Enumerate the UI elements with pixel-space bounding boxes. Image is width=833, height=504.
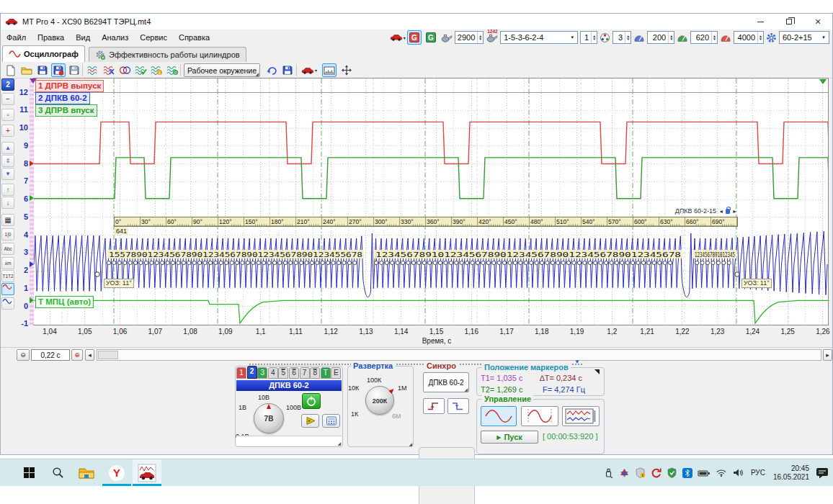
zoom-window-button[interactable]: ▫ (1, 109, 14, 121)
time-zoom-out-button[interactable]: ⊖ (17, 349, 30, 361)
channel-tab-6[interactable]: 6 (289, 367, 299, 379)
restore-button[interactable] (775, 14, 803, 30)
clock[interactable]: 20:4516.05.2021 (772, 464, 811, 482)
menu-service[interactable]: Сервис (134, 30, 173, 45)
tray-usb-icon[interactable] (603, 467, 614, 478)
channel-tab-7[interactable]: 7 (300, 367, 310, 379)
ruler-left-arrow-icon[interactable] (718, 207, 723, 215)
pan-mode-button[interactable] (339, 63, 354, 77)
waveform-one-button[interactable]: 1 (149, 63, 164, 77)
signal-label-aux[interactable]: Т МПЦ (авто) (35, 296, 94, 308)
low-marker-spinner[interactable]: 200 (647, 31, 674, 44)
stream-capture-button[interactable] (562, 406, 600, 426)
menu-view[interactable]: Вид (70, 30, 96, 45)
scroll-left-button[interactable]: ◂ (85, 349, 94, 361)
sync-rising-edge-button[interactable] (423, 398, 445, 414)
channel-tab-3[interactable]: 3 (257, 367, 267, 379)
undo-button[interactable] (264, 63, 279, 77)
save-fragment-button[interactable] (51, 63, 66, 77)
trace-fit-button[interactable]: ⇕ (1, 155, 14, 167)
cycle-spinner[interactable]: 1 (580, 31, 597, 44)
fit-screen-button[interactable] (322, 63, 337, 77)
taskbar-mtpro-button[interactable] (133, 459, 161, 486)
car-mode-button[interactable]: ▾ (300, 63, 318, 77)
grid-toggle-button[interactable]: ▦ (1, 214, 14, 226)
splitter-arrow-icon[interactable]: ▼ (574, 359, 580, 365)
high-marker-spinner[interactable]: 4000 (734, 31, 764, 44)
markers-t1t2-button[interactable]: T1T2 (1, 270, 14, 282)
shift-up-button[interactable]: ↑ (1, 184, 14, 196)
logic-levels-button[interactable]: 1|0 (1, 228, 14, 240)
cylinder-spinner[interactable]: 3 (612, 31, 631, 44)
overlay-mode-button[interactable] (1, 297, 14, 310)
minimize-button[interactable] (746, 14, 775, 30)
tray-security-warning-icon[interactable] (635, 467, 646, 478)
signal-label-crankshaft[interactable]: 2 ДПКВ 60-2 (35, 92, 90, 104)
zoom-out-button[interactable]: − (1, 93, 14, 105)
channel-tab-2[interactable]: 2 (247, 366, 257, 379)
new-file-button[interactable] (4, 63, 18, 77)
waveform-zero-button[interactable]: 0 (165, 63, 179, 77)
tab-oscilloscope[interactable]: Осциллограф (2, 45, 85, 62)
degree-ruler[interactable]: 0°30°60°90°120°150°180°210°240°270°300°3… (114, 217, 738, 227)
taskbar-explorer-button[interactable] (72, 459, 101, 486)
waveform-close-button[interactable] (102, 63, 116, 77)
markers-panel-fold-icon[interactable] (594, 369, 600, 374)
channel-tab-4[interactable]: 4 (268, 367, 278, 379)
menu-analysis[interactable]: Анализ (96, 30, 134, 45)
taskbar-search-button[interactable] (43, 459, 72, 486)
vehicle-button[interactable]: ▾ (391, 30, 405, 45)
crank-wheel-select[interactable]: 60-2+15▼ (779, 31, 829, 44)
channel-tab-T[interactable]: T (321, 367, 331, 379)
trace-up-button[interactable]: ▲ (1, 142, 14, 154)
notification-center-button[interactable] (816, 467, 829, 479)
tray-antivirus-icon[interactable] (619, 467, 630, 478)
tray-volume-icon[interactable] (732, 468, 744, 477)
channel-calc-button[interactable] (322, 414, 340, 428)
tray-wifi-icon[interactable] (716, 468, 727, 477)
time-zoom-in-button[interactable]: ⊕ (71, 349, 83, 361)
shift-down-button[interactable]: ↓ (1, 197, 14, 209)
menu-help[interactable]: Справка (173, 30, 215, 45)
channel-tab-5[interactable]: 5 (278, 367, 288, 379)
labels-toggle-button[interactable]: Abc (1, 243, 14, 255)
tab-cylinder-efficiency[interactable]: Эффективность работы цилиндров (89, 47, 246, 62)
measure-button[interactable]: ±m (1, 257, 14, 269)
save-all-button[interactable] (67, 63, 81, 77)
close-button[interactable] (803, 14, 832, 30)
tray-bluetooth-icon[interactable] (682, 468, 692, 478)
single-capture-button[interactable] (481, 406, 517, 426)
channel-2-indicator[interactable]: 2 (1, 78, 14, 91)
channel-tab-1[interactable]: 1 (236, 367, 246, 379)
start-button[interactable]: Пуск (481, 431, 538, 444)
waveform-library-button[interactable] (86, 63, 100, 77)
gas-analyzer-red-button[interactable]: G (407, 30, 422, 45)
mid-marker-spinner[interactable]: 620 (690, 31, 718, 44)
channel-tab-E[interactable]: E (331, 367, 341, 379)
signal-label-intake-cam[interactable]: 3 ДПРВ впуск (35, 104, 97, 117)
waveform-mode-button[interactable] (1, 283, 14, 295)
tray-battery-icon[interactable] (698, 469, 710, 477)
language-indicator[interactable]: РУС (749, 469, 767, 477)
waveform-accept-button[interactable] (133, 63, 148, 77)
sync-falling-edge-button[interactable] (447, 398, 469, 414)
ruler-lock-icon[interactable] (726, 209, 730, 214)
gas-analyzer-green-button[interactable]: G (424, 30, 438, 45)
framed-capture-button[interactable] (521, 406, 558, 426)
save-button[interactable] (35, 63, 50, 77)
menu-edit[interactable]: Правка (32, 30, 70, 45)
scroll-right-button[interactable]: ▸ (823, 349, 832, 361)
sync-source-button[interactable]: ДПКВ 60-2 (423, 372, 469, 392)
save-workspace-button[interactable] (280, 63, 295, 77)
open-file-button[interactable] (19, 63, 34, 77)
time-scrollbar[interactable] (97, 349, 821, 361)
channel-autoset-button[interactable] (301, 414, 319, 428)
waveform-canvas[interactable]: 1557890123456789012345678901234567890123… (34, 78, 828, 325)
taskbar-yandex-button[interactable]: Y (102, 459, 131, 486)
waveform-compare-button[interactable] (117, 63, 132, 77)
tray-sync-icon[interactable] (651, 467, 662, 478)
trace-down-button[interactable]: ▼ (1, 168, 14, 180)
start-button[interactable] (14, 459, 43, 486)
channel-tab-8[interactable]: 8 (310, 367, 320, 379)
channel-power-button[interactable] (302, 393, 321, 409)
